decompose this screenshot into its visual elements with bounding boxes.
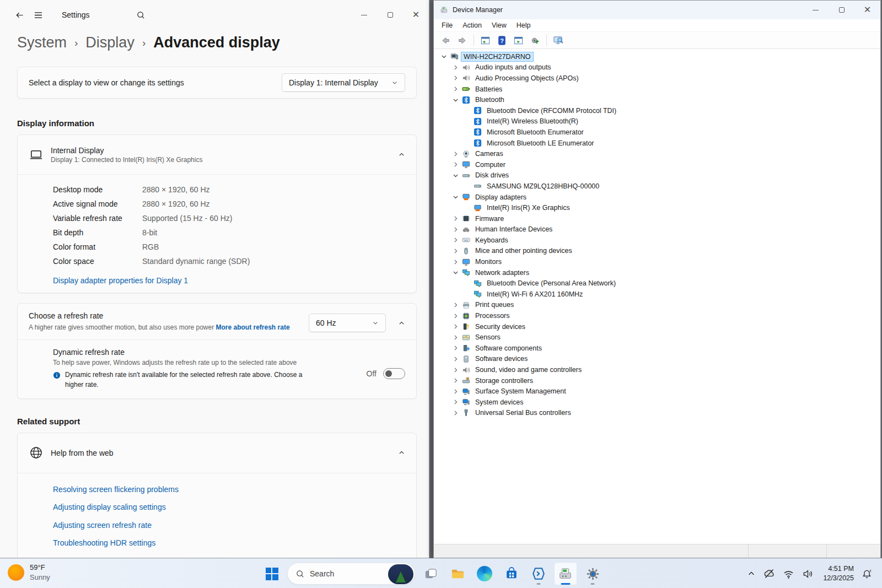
minimize-button[interactable] bbox=[351, 0, 377, 30]
internal-display-header[interactable]: Internal Display Display 1: Connected to… bbox=[18, 135, 416, 174]
help-web-link[interactable]: Troubleshooting HDR settings bbox=[53, 538, 405, 549]
tree-node[interactable]: Processors bbox=[434, 310, 880, 321]
tree-node[interactable]: WIN-H2CH27DARNO bbox=[434, 51, 880, 62]
scan-hardware-button[interactable] bbox=[551, 34, 566, 47]
tree-node[interactable]: Print queues bbox=[434, 300, 880, 311]
tree-node[interactable]: Cameras bbox=[434, 148, 880, 159]
chevron-right-icon[interactable] bbox=[451, 387, 460, 396]
chevron-right-icon[interactable] bbox=[451, 149, 460, 158]
chevron-down-icon[interactable] bbox=[451, 95, 460, 104]
help-button[interactable]: ? bbox=[494, 34, 509, 47]
refresh-rate-dropdown[interactable]: 60 Hz bbox=[309, 314, 386, 332]
tree-node[interactable]: Intel(R) Iris(R) Xe Graphics bbox=[434, 202, 880, 213]
tree-node-label[interactable]: Human Interface Devices bbox=[473, 225, 555, 234]
minimize-button[interactable] bbox=[803, 1, 829, 19]
tree-node-label[interactable]: Computer bbox=[473, 160, 508, 169]
tree-node-label[interactable]: Disk drives bbox=[473, 171, 511, 180]
tree-node-label[interactable]: Microsoft Bluetooth LE Enumerator bbox=[485, 139, 596, 148]
tree-node-label[interactable]: Sensors bbox=[473, 333, 503, 342]
wifi-button[interactable] bbox=[779, 563, 798, 585]
chevron-right-icon[interactable] bbox=[451, 225, 460, 234]
show-hidden-icons-button[interactable] bbox=[744, 563, 759, 585]
update-driver-button[interactable] bbox=[528, 34, 542, 47]
chevron-right-icon[interactable] bbox=[451, 333, 460, 342]
close-button[interactable]: ✕ bbox=[403, 0, 429, 30]
tree-node-label[interactable]: WIN-H2CH27DARNO bbox=[461, 52, 533, 61]
notifications-button[interactable]: z bbox=[857, 563, 876, 585]
chevron-right-icon[interactable] bbox=[451, 246, 460, 255]
tree-node[interactable]: Intel(R) Wi-Fi 6 AX201 160MHz bbox=[434, 289, 880, 300]
clock[interactable]: 4:51 PM 12/3/2025 bbox=[823, 564, 854, 584]
properties-button[interactable] bbox=[478, 34, 493, 47]
maximize-button[interactable] bbox=[377, 0, 403, 30]
display-select-dropdown[interactable]: Display 1: Internal Display bbox=[282, 73, 405, 92]
search-button[interactable] bbox=[132, 6, 150, 24]
breadcrumb-display[interactable]: Display bbox=[85, 34, 135, 51]
show-window-button[interactable] bbox=[511, 34, 526, 47]
tree-node-label[interactable]: Network adapters bbox=[473, 268, 531, 277]
tree-node[interactable]: SAMSUNG MZ9LQ128HBHQ-00000 bbox=[434, 181, 880, 192]
tree-node[interactable]: Surface System Management bbox=[434, 386, 880, 397]
tree-node-label[interactable]: Intel(R) Iris(R) Xe Graphics bbox=[485, 203, 572, 212]
tree-node-label[interactable]: Mice and other pointing devices bbox=[473, 246, 574, 255]
chevron-right-icon[interactable] bbox=[451, 160, 460, 169]
tree-node-label[interactable]: Processors bbox=[473, 311, 512, 320]
more-about-refresh-rate-link[interactable]: More about refresh rate bbox=[216, 323, 290, 331]
chevron-right-icon[interactable] bbox=[451, 74, 460, 83]
navigate-forward-button[interactable] bbox=[455, 34, 470, 47]
chevron-right-icon[interactable] bbox=[451, 236, 460, 245]
file-explorer-button[interactable] bbox=[446, 562, 469, 585]
chevron-up-icon[interactable] bbox=[398, 151, 405, 158]
tree-node-label[interactable]: Bluetooth bbox=[473, 95, 507, 104]
tree-node[interactable]: Software devices bbox=[434, 354, 880, 365]
tree-node[interactable]: Bluetooth Device (Personal Area Network) bbox=[434, 278, 880, 289]
tree-node[interactable]: Network adapters bbox=[434, 267, 880, 278]
refresh-rate-header[interactable]: Choose a refresh rate A higher rate give… bbox=[18, 304, 416, 339]
tree-node-label[interactable]: Keyboards bbox=[473, 236, 510, 245]
tree-node[interactable]: Display adapters bbox=[434, 192, 880, 203]
menu-file[interactable]: File bbox=[437, 20, 457, 30]
tree-node[interactable]: Audio inputs and outputs bbox=[434, 62, 880, 73]
weather-widget[interactable]: 59°F Sunny bbox=[8, 563, 50, 582]
tree-node-label[interactable]: Print queues bbox=[473, 300, 516, 309]
tree-node[interactable]: Software components bbox=[434, 343, 880, 354]
tree-node[interactable]: Batteries bbox=[434, 84, 880, 95]
start-button[interactable] bbox=[260, 562, 283, 585]
tree-node[interactable]: Disk drives bbox=[434, 170, 880, 181]
hamburger-menu-button[interactable] bbox=[29, 6, 47, 24]
edge-button[interactable] bbox=[473, 562, 496, 585]
tree-node-label[interactable]: Sound, video and game controllers bbox=[473, 365, 584, 374]
tree-node[interactable]: Firmware bbox=[434, 213, 880, 224]
task-view-button[interactable] bbox=[419, 562, 442, 585]
tree-node-label[interactable]: Firmware bbox=[473, 214, 506, 223]
chevron-up-icon[interactable] bbox=[398, 449, 405, 456]
navigate-back-button[interactable] bbox=[438, 34, 453, 47]
tree-node-label[interactable]: Microsoft Bluetooth Enumerator bbox=[485, 128, 586, 137]
tree-node-label[interactable]: Display adapters bbox=[473, 193, 529, 202]
chevron-down-icon[interactable] bbox=[451, 268, 460, 277]
tree-node-label[interactable]: Security devices bbox=[473, 322, 528, 331]
tree-node[interactable]: Monitors bbox=[434, 256, 880, 267]
chevron-down-icon[interactable] bbox=[451, 193, 460, 202]
chevron-down-icon[interactable] bbox=[451, 171, 460, 180]
chevron-right-icon[interactable] bbox=[451, 311, 460, 320]
tree-node[interactable]: Audio Processing Objects (APOs) bbox=[434, 73, 880, 84]
taskbar-search[interactable]: Search bbox=[287, 563, 415, 585]
back-button[interactable] bbox=[10, 6, 29, 24]
chevron-right-icon[interactable] bbox=[451, 85, 460, 94]
maximize-button[interactable] bbox=[829, 1, 854, 19]
volume-button[interactable] bbox=[798, 563, 818, 585]
tree-node-label[interactable]: Software devices bbox=[473, 354, 530, 363]
device-manager-taskbar-button[interactable] bbox=[554, 562, 577, 585]
chevron-right-icon[interactable] bbox=[451, 408, 460, 417]
chevron-down-icon[interactable] bbox=[439, 52, 449, 61]
search-highlight-art[interactable] bbox=[388, 564, 413, 584]
tree-node[interactable]: Keyboards bbox=[434, 235, 880, 246]
tree-node-label[interactable]: Audio Processing Objects (APOs) bbox=[473, 74, 581, 83]
help-from-web-header[interactable]: Help from the web bbox=[18, 433, 416, 473]
tree-node[interactable]: Universal Serial Bus controllers bbox=[434, 408, 880, 419]
tree-node-label[interactable]: Bluetooth Device (Personal Area Network) bbox=[485, 279, 618, 288]
menu-view[interactable]: View bbox=[487, 20, 511, 30]
tree-node-label[interactable]: Storage controllers bbox=[473, 376, 535, 385]
chevron-right-icon[interactable] bbox=[451, 365, 460, 374]
